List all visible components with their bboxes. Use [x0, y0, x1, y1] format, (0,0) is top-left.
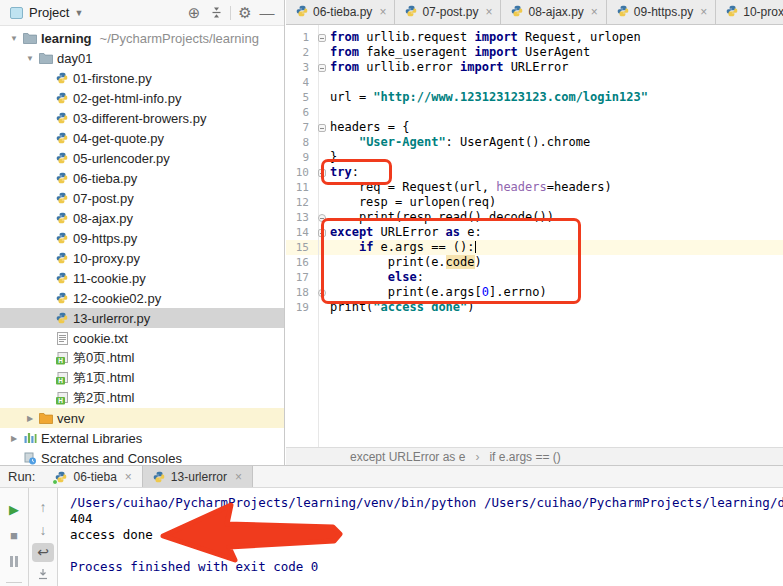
tree-item-label: venv	[57, 411, 84, 426]
tree-item-external-libraries[interactable]: ▶External Libraries	[0, 428, 284, 448]
line-number: 1	[286, 30, 314, 45]
locate-icon[interactable]: ⊕	[183, 3, 205, 23]
breadcrumb-item[interactable]: except URLError as e	[350, 450, 465, 464]
editor-tab-09-https-py[interactable]: 09-https.py×	[607, 0, 716, 24]
code-line-7[interactable]: 7headers = {	[286, 120, 783, 135]
python-file-icon	[511, 5, 523, 20]
editor-tab-10-proxy-py[interactable]: 10-proxy.py×	[716, 0, 783, 24]
code-line-8[interactable]: 8 "User-Agent": UserAgent().chrome	[286, 135, 783, 150]
run-console[interactable]: /Users/cuihao/PycharmProjects/learning/v…	[58, 488, 783, 586]
html-icon: H	[54, 392, 70, 405]
tree-item-1-html[interactable]: H第1页.html	[0, 368, 284, 388]
project-panel-icon	[10, 7, 23, 19]
close-icon[interactable]: ×	[379, 5, 386, 19]
python-icon	[54, 152, 70, 164]
tree-item-09-https-py[interactable]: 09-https.py	[0, 228, 284, 248]
tree-item-08-ajax-py[interactable]: 08-ajax.py	[0, 208, 284, 228]
code-line-6[interactable]: 6	[286, 105, 783, 120]
editor-tab-07-post-py[interactable]: 07-post.py×	[395, 0, 501, 24]
tree-item-03-different-browers-py[interactable]: 03-different-browers.py	[0, 108, 284, 128]
html-icon: H	[54, 352, 70, 365]
stop-button[interactable]: ■	[2, 522, 26, 548]
collapse-all-icon[interactable]	[205, 3, 227, 23]
tree-item-label: 11-cookie.py	[73, 271, 146, 286]
editor-tab-label: 07-post.py	[422, 5, 478, 19]
tree-item-label: cookie.txt	[73, 331, 128, 346]
tree-item-label: 第2页.html	[73, 389, 134, 407]
tree-item-13-urlerror-py[interactable]: 13-urlerror.py	[0, 308, 284, 328]
libraries-icon	[22, 432, 38, 444]
tree-item-2-html[interactable]: H第2页.html	[0, 388, 284, 408]
close-icon[interactable]: ×	[235, 470, 242, 484]
editor-tab-08-ajax-py[interactable]: 08-ajax.py×	[501, 0, 606, 24]
tree-item-04-get-quote-py[interactable]: 04-get-quote.py	[0, 128, 284, 148]
tree-item-06-tieba-py[interactable]: 06-tieba.py	[0, 168, 284, 188]
chevron-right-icon[interactable]: ▶	[22, 414, 38, 423]
fold-marker-icon[interactable]	[314, 60, 330, 75]
close-icon[interactable]: ×	[700, 5, 707, 19]
tree-item-02-get-html-info-py[interactable]: 02-get-html-info.py	[0, 88, 284, 108]
tree-item-day01[interactable]: ▼day01	[0, 48, 284, 68]
line-number: 10	[286, 165, 314, 180]
rerun-button[interactable]: ▶	[2, 496, 26, 522]
tree-item-01-firstone-py[interactable]: 01-firstone.py	[0, 68, 284, 88]
tree-item-label: day01	[57, 51, 92, 66]
run-tab-bar: 06-tieba×13-urlerror×	[45, 466, 252, 487]
console-line: /Users/cuihao/PycharmProjects/learning/v…	[70, 495, 783, 511]
code-line-5[interactable]: 5url = "http://www.123123123123.com/logi…	[286, 90, 783, 105]
python-file-icon	[153, 471, 165, 483]
tree-item-11-cookie-py[interactable]: 11-cookie.py	[0, 268, 284, 288]
line-number: 12	[286, 195, 314, 210]
run-tab-06-tieba[interactable]: 06-tieba×	[45, 466, 141, 487]
down-stacktrace-button[interactable]: ↓	[31, 518, 55, 540]
code-line-1[interactable]: 1from urllib.request import Request, url…	[286, 30, 783, 45]
pause-output-button[interactable]	[2, 548, 26, 574]
close-icon[interactable]: ×	[485, 5, 492, 19]
python-file-icon	[405, 5, 417, 20]
code-line-3[interactable]: 3from urllib.error import URLError	[286, 60, 783, 75]
scroll-to-end-button[interactable]	[31, 564, 55, 586]
tree-item-05-urlencoder-py[interactable]: 05-urlencoder.py	[0, 148, 284, 168]
settings-icon[interactable]: ⚙	[234, 3, 256, 23]
tree-item-0-html[interactable]: H第0页.html	[0, 348, 284, 368]
tree-item-learning[interactable]: ▼learning~/PycharmProjects/learning	[0, 28, 284, 48]
tree-item-label: Scratches and Consoles	[41, 451, 182, 466]
fold-marker-icon[interactable]	[314, 30, 330, 45]
chevron-down-icon[interactable]: ▼	[74, 8, 83, 18]
line-number: 16	[286, 255, 314, 270]
tree-item-label: learning	[41, 31, 92, 46]
chevron-down-icon[interactable]: ▼	[6, 34, 22, 43]
editor-tab-06-tieba-py[interactable]: 06-tieba.py×	[286, 0, 395, 24]
fold-marker-icon[interactable]	[314, 120, 330, 135]
tree-item-07-post-py[interactable]: 07-post.py	[0, 188, 284, 208]
toolbar-separator	[230, 6, 231, 20]
tree-item-venv[interactable]: ▶venv	[0, 408, 284, 428]
tree-item-scratches-and-consoles[interactable]: Scratches and Consoles	[0, 448, 284, 465]
project-panel-title[interactable]: Project	[29, 5, 69, 20]
fold-spacer	[314, 135, 330, 150]
chevron-down-icon[interactable]: ▼	[22, 54, 38, 63]
hide-icon[interactable]: —	[256, 3, 278, 23]
breadcrumb-item[interactable]: if e.args == ()	[489, 450, 560, 464]
run-tab-label: 06-tieba	[73, 470, 116, 484]
python-icon	[54, 192, 70, 204]
fold-spacer	[314, 195, 330, 210]
line-number: 8	[286, 135, 314, 150]
up-stacktrace-button[interactable]: ↑	[31, 496, 55, 518]
tree-item-label: 07-post.py	[73, 191, 134, 206]
python-icon	[54, 292, 70, 304]
close-icon[interactable]: ×	[591, 5, 598, 19]
chevron-right-icon[interactable]: ▶	[6, 434, 22, 443]
tree-item-12-cookie02-py[interactable]: 12-cookie02.py	[0, 288, 284, 308]
python-icon	[54, 252, 70, 264]
close-icon[interactable]: ×	[125, 470, 132, 484]
tree-item-10-proxy-py[interactable]: 10-proxy.py	[0, 248, 284, 268]
code-line-4[interactable]: 4	[286, 75, 783, 90]
tree-item-cookie-txt[interactable]: cookie.txt	[0, 328, 284, 348]
editor-tab-label: 06-tieba.py	[313, 5, 372, 19]
run-tab-13-urlerror[interactable]: 13-urlerror×	[142, 466, 253, 487]
soft-wrap-button[interactable]: ↩	[32, 543, 54, 562]
fold-spacer	[314, 105, 330, 120]
code-line-12[interactable]: 12 resp = urlopen(req)	[286, 195, 783, 210]
code-line-2[interactable]: 2from fake_useragent import UserAgent	[286, 45, 783, 60]
